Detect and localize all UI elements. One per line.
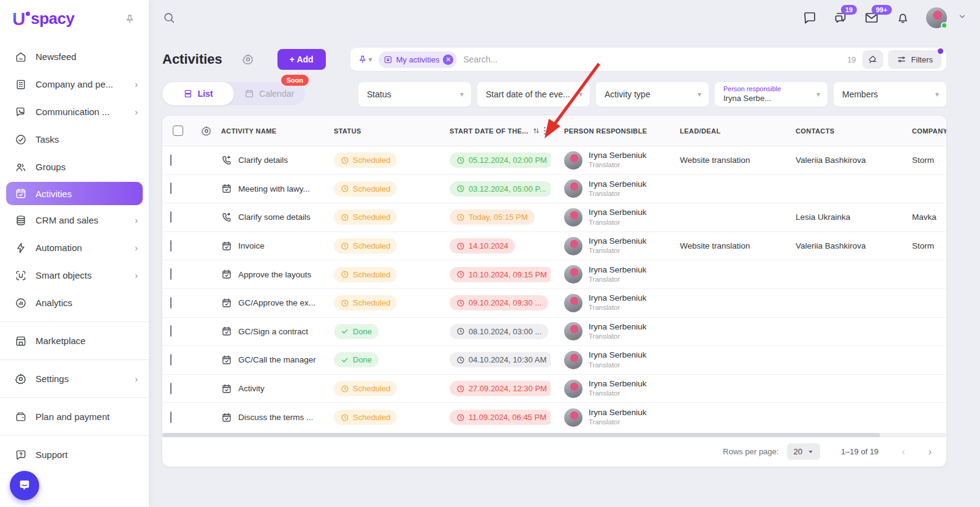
sidebar-item-analytics[interactable]: Analytics (0, 289, 149, 317)
company-cell[interactable]: Storm (899, 156, 946, 165)
horizontal-scrollbar-thumb[interactable] (162, 433, 880, 437)
filter-select-status[interactable]: Status▾ (358, 82, 471, 107)
row-checkbox[interactable] (170, 383, 172, 394)
company-cell[interactable]: Storm (899, 241, 946, 250)
sidebar-item-company[interactable]: Company and pe...› (0, 70, 149, 98)
sidebar-item-support[interactable]: Support (0, 441, 149, 468)
contact-cell[interactable]: Valeriia Bashkirova (782, 156, 899, 165)
filter-select-activity-type[interactable]: Activity type▾ (596, 82, 709, 107)
support-chat-fab[interactable] (10, 471, 39, 500)
person-cell[interactable]: Iryna Serbeniuk Translator (551, 379, 666, 398)
company-cell[interactable]: Mavka (899, 212, 946, 222)
page-settings-gear-icon[interactable] (242, 53, 254, 66)
sidebar-item-activities[interactable]: Activities (6, 182, 143, 205)
filter-select-person-responsible[interactable]: Person responsibleIryna Serbe...▾ (715, 82, 827, 107)
table-row[interactable]: Clarify details Scheduled 05.12.2024, 02… (162, 146, 946, 175)
mail-icon[interactable]: 99+ (864, 10, 880, 25)
col-company[interactable]: COMPANY (899, 127, 946, 135)
comments-icon[interactable] (802, 10, 817, 25)
contact-cell[interactable]: Valeriia Bashkirova (782, 241, 899, 250)
col-activity-name[interactable]: ACTIVITY NAME (219, 127, 320, 135)
activity-name[interactable]: Discuss the terms ... (238, 413, 313, 422)
activity-name[interactable]: GC/Call the manager (238, 355, 316, 364)
row-checkbox[interactable] (170, 354, 172, 366)
col-start-date[interactable]: START DATE OF THE... (442, 127, 551, 135)
next-page-chevron[interactable]: › (929, 446, 932, 457)
table-row[interactable]: Activity Scheduled 27.09.2024, 12:30 PM … (162, 375, 946, 404)
sidebar-item-crm[interactable]: CRM and sales› (0, 206, 149, 234)
person-cell[interactable]: Iryna Serbeniuk Translator (551, 236, 666, 255)
add-activity-button[interactable]: + Add (277, 49, 326, 70)
activity-name[interactable]: Approve the layouts (238, 270, 311, 279)
person-cell[interactable]: Iryna Serbeniuk Translator (551, 322, 666, 341)
lead-deal-cell[interactable]: Website translation (666, 241, 782, 250)
table-row[interactable]: GC/Approve the ex... Scheduled 09.10.202… (162, 289, 946, 318)
row-checkbox[interactable] (170, 240, 172, 252)
person-cell[interactable]: Iryna Serbeniuk Translator (551, 265, 666, 284)
column-settings-gear-icon[interactable] (201, 126, 212, 137)
activity-name[interactable]: Clarify details (238, 156, 288, 165)
activity-name[interactable]: Clarify some details (238, 212, 311, 222)
table-row[interactable]: Clarify some details Scheduled Today, 05… (162, 203, 946, 232)
rows-per-page-select[interactable]: 20 (787, 443, 820, 460)
filter-select-start-date-of-the-eve[interactable]: Start date of the eve...▾ (477, 82, 590, 107)
activity-name[interactable]: Invoice (238, 241, 265, 250)
table-row[interactable]: GC/Sign a contract Done 08.10.2024, 03:0… (162, 318, 946, 347)
person-cell[interactable]: Iryna Serbeniuk Translator (551, 408, 666, 427)
notifications-bell-icon[interactable] (895, 10, 910, 25)
clear-filters-button[interactable] (862, 50, 883, 69)
column-drag-handle[interactable] (544, 127, 549, 135)
table-row[interactable]: GC/Call the manager Done 04.10.2024, 10:… (162, 346, 946, 375)
tab-list[interactable]: List (162, 82, 234, 105)
select-all-checkbox[interactable] (173, 126, 183, 136)
filter-select-members[interactable]: Members▾ (834, 82, 946, 107)
person-cell[interactable]: Iryna Serbeniuk Translator (551, 293, 666, 312)
row-checkbox[interactable] (170, 325, 172, 337)
activity-name[interactable]: GC/Approve the ex... (238, 298, 315, 307)
person-cell[interactable]: Iryna Serbeniuk Translator (551, 208, 666, 227)
row-checkbox[interactable] (170, 211, 172, 223)
contact-cell[interactable]: Lesia Ukrainka (782, 212, 899, 222)
person-cell[interactable]: Iryna Serbeniuk Translator (551, 151, 666, 170)
sidebar-item-communication[interactable]: Communication ...› (0, 98, 149, 126)
table-row[interactable]: Approve the layouts Scheduled 10.10.2024… (162, 260, 946, 289)
uspacy-logo[interactable]: U spacy (12, 10, 74, 28)
user-avatar[interactable] (926, 7, 947, 28)
row-checkbox[interactable] (170, 182, 172, 194)
filters-button[interactable]: Filters (888, 50, 941, 69)
table-row[interactable]: Discuss the terms ... Scheduled 11.09.20… (162, 403, 946, 432)
sidebar-item-marketplace[interactable]: Marketplace (0, 327, 149, 355)
my-activities-filter-chip[interactable]: My activities ✕ (379, 51, 458, 68)
chip-remove-icon[interactable]: ✕ (443, 54, 453, 65)
table-row[interactable]: Meeting with lawy... Scheduled 03.12.202… (162, 175, 946, 204)
profile-chevron-down-icon[interactable] (958, 12, 967, 23)
saved-filter-pin-icon[interactable]: ▾ (358, 54, 372, 64)
row-checkbox[interactable] (170, 411, 172, 423)
row-checkbox[interactable] (170, 268, 172, 280)
table-row[interactable]: Invoice Scheduled 14.10.2024 Iryna Serbe… (162, 232, 946, 261)
sidebar-item-settings[interactable]: Settings› (0, 365, 149, 392)
sidebar-item-automation[interactable]: Automation› (0, 234, 149, 261)
activity-name[interactable]: GC/Sign a contract (238, 327, 308, 336)
activity-name[interactable]: Activity (238, 384, 265, 393)
sidebar-item-plan[interactable]: Plan and payment (0, 403, 149, 430)
col-person-responsible[interactable]: PERSON RESPONSIBLE (551, 127, 666, 135)
global-search-icon[interactable] (162, 11, 176, 24)
sort-icon[interactable] (532, 127, 540, 135)
search-input[interactable] (463, 54, 847, 64)
sidebar-item-newsfeed[interactable]: Newsfeed (0, 43, 149, 70)
activity-name[interactable]: Meeting with lawy... (238, 184, 310, 193)
sidebar-item-groups[interactable]: Groups (0, 153, 149, 181)
col-contacts[interactable]: CONTACTS (782, 127, 899, 135)
col-lead-deal[interactable]: LEAD/DEAL (666, 127, 782, 135)
row-checkbox[interactable] (170, 154, 172, 166)
lead-deal-cell[interactable]: Website translation (666, 156, 782, 165)
sidebar-pin-icon[interactable] (124, 13, 135, 24)
col-status[interactable]: STATUS (320, 127, 442, 135)
row-checkbox[interactable] (170, 297, 172, 309)
prev-page-chevron[interactable]: ‹ (902, 446, 905, 457)
person-cell[interactable]: Iryna Serbeniuk Translator (551, 179, 666, 198)
sidebar-item-tasks[interactable]: Tasks (0, 126, 149, 153)
chats-icon[interactable]: 19 (833, 10, 848, 25)
sidebar-item-smart[interactable]: Smart objects› (0, 261, 149, 289)
